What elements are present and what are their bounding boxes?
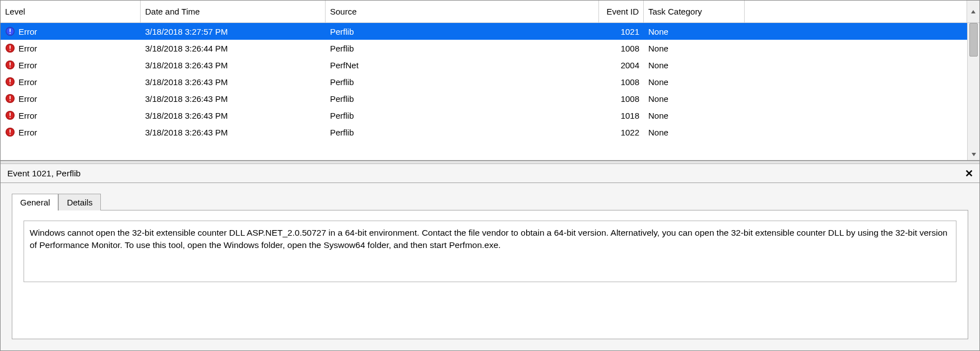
event-row[interactable]: Error 3/18/2018 3:27:57 PM Perflib 1021 …: [1, 23, 979, 40]
detail-tabstrip: General Details: [1, 183, 979, 210]
event-row[interactable]: Error 3/18/2018 3:26:43 PM Perflib 1018 …: [1, 107, 979, 124]
event-row[interactable]: Error 3/18/2018 3:26:43 PM Perflib 1008 …: [1, 90, 979, 107]
close-icon[interactable]: ✕: [963, 167, 975, 180]
error-icon: [5, 26, 15, 36]
level-text: Error: [18, 27, 37, 36]
col-header-level[interactable]: Level: [1, 1, 141, 23]
vertical-scrollbar[interactable]: [967, 23, 979, 160]
detail-titlebar: Event 1021, Perflib ✕: [1, 164, 979, 183]
event-list-body: Error 3/18/2018 3:27:57 PM Perflib 1021 …: [1, 23, 979, 160]
svg-rect-7: [10, 45, 11, 49]
svg-rect-20: [10, 100, 11, 101]
event-row[interactable]: Error 3/18/2018 3:26:43 PM Perflib 1022 …: [1, 124, 979, 141]
cell-source: Perflib: [326, 77, 599, 87]
cell-datetime: 3/18/2018 3:26:44 PM: [141, 44, 326, 53]
scroll-track[interactable]: [968, 23, 979, 149]
cell-task-category: None: [644, 27, 745, 36]
cell-event-id: 1008: [599, 94, 644, 104]
svg-marker-29: [972, 153, 976, 156]
cell-event-id: 2004: [599, 60, 644, 70]
event-message: Windows cannot open the 32-bit extensibl…: [24, 221, 956, 282]
scroll-down-button[interactable]: [968, 149, 979, 160]
event-detail-pane: Event 1021, Perflib ✕ General Details Wi…: [1, 164, 979, 350]
svg-rect-19: [10, 96, 11, 99]
cell-datetime: 3/18/2018 3:26:43 PM: [141, 94, 326, 104]
svg-rect-24: [10, 117, 11, 118]
col-header-event-id[interactable]: Event ID: [599, 1, 644, 23]
cell-task-category: None: [644, 128, 745, 137]
cell-datetime: 3/18/2018 3:27:57 PM: [141, 27, 326, 36]
cell-datetime: 3/18/2018 3:26:43 PM: [141, 77, 326, 87]
col-header-source[interactable]: Source: [326, 1, 599, 23]
scroll-up-button[interactable]: [967, 1, 979, 23]
cell-task-category: None: [644, 77, 745, 87]
level-text: Error: [18, 60, 37, 70]
cell-source: Perflib: [326, 128, 599, 137]
cell-level: Error: [1, 77, 141, 87]
error-icon: [5, 93, 15, 104]
cell-level: Error: [1, 60, 141, 70]
svg-rect-28: [10, 134, 11, 135]
cell-level: Error: [1, 43, 141, 53]
error-icon: [5, 127, 15, 137]
level-text: Error: [18, 111, 37, 120]
scroll-thumb[interactable]: [969, 23, 978, 57]
col-header-task-category[interactable]: Task Category: [644, 1, 745, 23]
svg-rect-8: [10, 50, 11, 51]
cell-datetime: 3/18/2018 3:26:43 PM: [141, 60, 326, 70]
detail-title: Event 1021, Perflib: [7, 169, 81, 179]
svg-rect-27: [10, 129, 11, 133]
error-icon: [5, 60, 15, 70]
cell-source: Perflib: [326, 27, 599, 36]
detail-content: Windows cannot open the 32-bit extensibl…: [12, 210, 968, 339]
event-list-header: Level Date and Time Source Event ID Task…: [1, 1, 979, 23]
svg-marker-0: [971, 10, 976, 13]
svg-rect-3: [10, 29, 11, 32]
error-icon: [5, 77, 15, 87]
error-icon: [5, 110, 15, 120]
svg-rect-23: [10, 113, 11, 116]
detail-content-wrap: Windows cannot open the 32-bit extensibl…: [1, 210, 979, 350]
event-row[interactable]: Error 3/18/2018 3:26:43 PM Perflib 1008 …: [1, 73, 979, 90]
level-text: Error: [18, 44, 37, 53]
cell-source: Perflib: [326, 111, 599, 120]
error-icon: [5, 43, 15, 53]
level-text: Error: [18, 128, 37, 137]
cell-task-category: None: [644, 60, 745, 70]
event-viewer-window: Level Date and Time Source Event ID Task…: [0, 0, 980, 351]
level-text: Error: [18, 77, 37, 87]
col-header-datetime[interactable]: Date and Time: [141, 1, 326, 23]
cell-level: Error: [1, 26, 141, 36]
cell-event-id: 1021: [599, 27, 644, 36]
svg-rect-12: [10, 67, 11, 68]
cell-source: PerfNet: [326, 60, 599, 70]
cell-source: Perflib: [326, 44, 599, 53]
cell-level: Error: [1, 127, 141, 137]
event-row[interactable]: Error 3/18/2018 3:26:44 PM Perflib 1008 …: [1, 40, 979, 57]
event-row[interactable]: Error 3/18/2018 3:26:43 PM PerfNet 2004 …: [1, 57, 979, 73]
cell-level: Error: [1, 110, 141, 120]
cell-event-id: 1022: [599, 128, 644, 137]
svg-rect-15: [10, 79, 11, 82]
cell-event-id: 1008: [599, 77, 644, 87]
svg-rect-11: [10, 62, 11, 65]
level-text: Error: [18, 94, 37, 104]
cell-event-id: 1018: [599, 111, 644, 120]
cell-source: Perflib: [326, 94, 599, 104]
svg-rect-4: [10, 33, 11, 34]
event-list-pane: Level Date and Time Source Event ID Task…: [1, 1, 979, 161]
svg-rect-16: [10, 83, 11, 85]
tab-general[interactable]: General: [12, 194, 58, 210]
cell-level: Error: [1, 93, 141, 104]
cell-task-category: None: [644, 111, 745, 120]
cell-datetime: 3/18/2018 3:26:43 PM: [141, 111, 326, 120]
cell-task-category: None: [644, 44, 745, 53]
cell-task-category: None: [644, 94, 745, 104]
cell-event-id: 1008: [599, 44, 644, 53]
cell-datetime: 3/18/2018 3:26:43 PM: [141, 128, 326, 137]
col-header-spacer: [745, 1, 967, 23]
tab-details[interactable]: Details: [58, 194, 101, 210]
